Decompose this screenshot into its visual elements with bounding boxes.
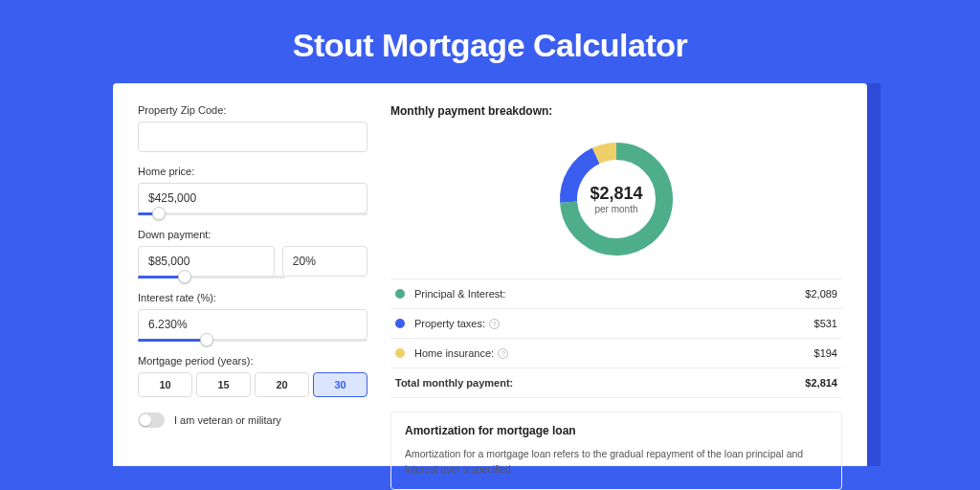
donut-slice-ins [596,151,616,156]
period-group: Mortgage period (years): 10 15 20 30 [138,355,368,397]
down-payment-slider[interactable] [138,276,285,278]
interest-group: Interest rate (%): [138,292,368,342]
legend-val-total: $2,814 [805,377,837,389]
amortization-title: Amortization for mortgage loan [405,424,828,437]
zip-label: Property Zip Code: [138,104,368,116]
legend-row-tax: Property taxes:? $531 [390,309,842,339]
down-payment-input[interactable] [138,246,275,277]
veteran-label: I am veteran or military [174,414,281,426]
dot-icon [395,348,405,358]
calculator-panel: Property Zip Code: Home price: Down paym… [113,83,867,466]
down-payment-pct-input[interactable] [282,246,368,277]
breakdown-title: Monthly payment breakdown: [390,104,842,118]
legend-val-ins: $194 [814,347,837,359]
period-15[interactable]: 15 [196,372,251,397]
donut-sub: per month [594,204,637,214]
form-column: Property Zip Code: Home price: Down paym… [138,104,368,445]
interest-input[interactable] [138,309,368,340]
period-label: Mortgage period (years): [138,355,368,367]
period-30[interactable]: 30 [313,372,368,397]
info-icon[interactable]: ? [489,319,500,329]
legend-row-pi: Principal & Interest: $2,089 [390,279,842,309]
interest-slider[interactable] [138,339,368,342]
legend-val-pi: $2,089 [805,288,837,300]
amortization-box: Amortization for mortgage loan Amortizat… [390,412,842,490]
breakdown-column: Monthly payment breakdown: $2,814 per mo… [390,104,842,445]
info-icon[interactable]: ? [498,348,508,359]
legend: Principal & Interest: $2,089 Property ta… [390,278,842,398]
legend-label-ins: Home insurance:? [414,347,814,359]
home-price-group: Home price: [138,166,368,215]
zip-field-group: Property Zip Code: [138,104,368,152]
period-10[interactable]: 10 [138,372,192,397]
legend-row-total: Total monthly payment: $2,814 [390,368,842,398]
dot-icon [395,289,405,299]
legend-label-total: Total monthly payment: [395,377,805,389]
donut-amount: $2,814 [590,184,642,203]
donut-chart: $2,814 per month [390,129,842,278]
legend-val-tax: $531 [814,318,837,329]
period-buttons: 10 15 20 30 [138,372,368,397]
home-price-label: Home price: [138,166,368,177]
home-price-slider[interactable] [138,212,368,215]
dot-icon [395,319,405,328]
period-20[interactable]: 20 [255,372,309,397]
home-price-input[interactable] [138,183,368,213]
down-payment-group: Down payment: [138,229,368,278]
zip-input[interactable] [138,122,368,152]
down-payment-label: Down payment: [138,229,368,240]
amortization-text: Amortization for a mortgage loan refers … [405,447,828,478]
veteran-toggle[interactable] [138,412,165,428]
legend-label-tax: Property taxes:? [414,318,814,329]
page-title: Stout Mortgage Calculator [0,0,980,83]
legend-label-pi: Principal & Interest: [414,288,805,300]
veteran-row: I am veteran or military [138,412,368,428]
legend-row-ins: Home insurance:? $194 [390,339,842,368]
interest-label: Interest rate (%): [138,292,368,303]
